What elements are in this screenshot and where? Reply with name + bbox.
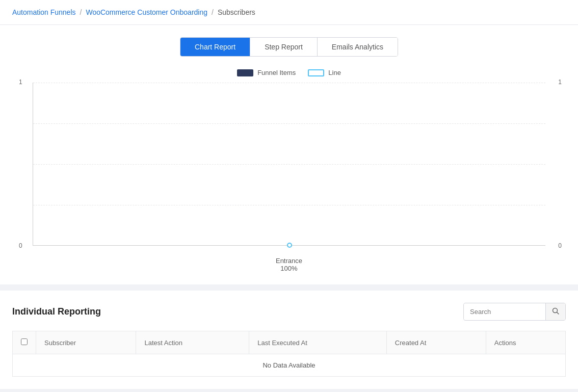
y-bottom-left-label: 0 (19, 242, 22, 249)
search-box (463, 303, 566, 321)
select-all-checkbox[interactable] (21, 338, 28, 345)
tabs-container: Chart Report Step Report Emails Analytic… (180, 37, 398, 57)
col-subscriber: Subscriber (36, 331, 136, 354)
main-content: Chart Report Step Report Emails Analytic… (0, 25, 578, 284)
entrance-label: Entrance (276, 257, 302, 265)
reporting-section: Individual Reporting Subscriber Latest A… (0, 291, 578, 389)
grid-line-top (33, 83, 545, 83)
col-actions: Actions (486, 331, 565, 354)
col-created-at: Created At (386, 331, 486, 354)
section-divider (0, 284, 578, 291)
point-dot (287, 243, 292, 248)
tab-step-report[interactable]: Step Report (250, 38, 318, 56)
legend-funnel-items: Funnel Items (237, 69, 296, 76)
table-body: No Data Available (13, 354, 566, 377)
no-data-message: No Data Available (13, 354, 566, 377)
grid-line-2 (33, 164, 545, 165)
table-header: Subscriber Latest Action Last Executed A… (13, 331, 566, 354)
chart-wrapper: 1 0 1 0 Entrance 100% (12, 83, 566, 272)
grid-line-3 (33, 205, 545, 205)
col-latest-action: Latest Action (136, 331, 249, 354)
table-row-no-data: No Data Available (13, 354, 566, 377)
tab-emails-analytics[interactable]: Emails Analytics (318, 38, 398, 56)
search-button[interactable] (545, 303, 565, 320)
breadcrumb-item-1[interactable]: Automation Funnels (12, 8, 76, 16)
chart-area: 1 0 1 0 (33, 83, 545, 246)
search-input[interactable] (464, 304, 545, 320)
y-bottom-right-label: 0 (558, 242, 562, 249)
legend-line: Line (308, 69, 341, 76)
legend-funnel-label: Funnel Items (257, 69, 296, 76)
reporting-title: Individual Reporting (12, 306, 101, 317)
tab-chart-report[interactable]: Chart Report (180, 38, 250, 56)
reporting-header: Individual Reporting (12, 303, 566, 321)
breadcrumb-sep-1: / (80, 8, 82, 16)
chart-data-point (287, 240, 292, 245)
data-table: Subscriber Latest Action Last Executed A… (12, 331, 566, 377)
breadcrumb-current: Subscribers (218, 8, 255, 16)
y-top-left-label: 1 (19, 79, 22, 86)
point-label-container: Entrance 100% (33, 251, 545, 272)
grid-line-1 (33, 123, 545, 124)
point-labels: Entrance 100% (276, 251, 302, 272)
breadcrumb-sep-2: / (212, 8, 214, 16)
col-checkbox (13, 331, 36, 354)
legend-line-label: Line (328, 69, 341, 76)
search-icon (552, 307, 559, 315)
y-top-right-label: 1 (558, 79, 562, 86)
legend-line-icon (308, 69, 324, 76)
breadcrumb-item-2[interactable]: WooCommerce Customer Onboarding (86, 8, 207, 16)
legend-funnel-icon (237, 69, 253, 76)
chart-legend: Funnel Items Line (12, 69, 566, 76)
svg-line-1 (557, 312, 559, 315)
breadcrumb-bar: Automation Funnels / WooCommerce Custome… (0, 0, 578, 25)
col-last-executed-at: Last Executed At (249, 331, 387, 354)
entrance-percent: 100% (276, 265, 302, 272)
